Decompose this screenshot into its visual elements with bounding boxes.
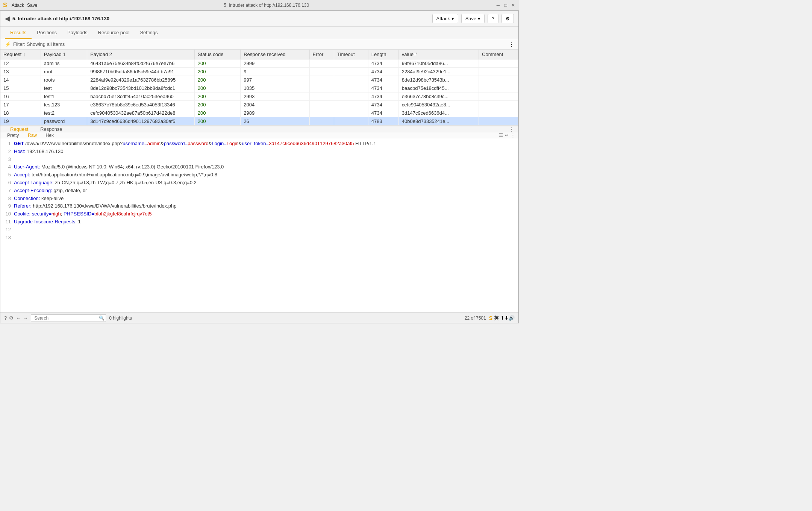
code-line: 4User-Agent: Mozilla/5.0 (Windows NT 10.… <box>3 163 515 171</box>
line-number: 1 <box>3 140 11 148</box>
results-table: Request ↑ Payload 1 Payload 2 Status cod… <box>0 50 518 125</box>
window-title-area: ◀ 5. Intruder attack of http://192.168.1… <box>5 15 109 22</box>
minimize-btn[interactable]: ─ <box>495 3 501 8</box>
table-row[interactable]: 12admins46431a6e75e634b84f0d2f676e7ee7b6… <box>0 59 518 68</box>
format-icon[interactable]: ☰ <box>499 132 503 138</box>
status-left: ? ⚙ ← → 🔍 0 highlights <box>4 314 132 322</box>
back-nav-icon[interactable]: ← <box>16 315 21 321</box>
wrap-icon[interactable]: ↵ <box>505 132 509 138</box>
code-line: 12 <box>3 226 515 234</box>
line-text: User-Agent: Mozilla/5.0 (Windows NT 10.0… <box>14 163 224 171</box>
settings-button[interactable]: ⚙ <box>501 14 514 23</box>
code-line: 13 <box>3 234 515 242</box>
tab-positions[interactable]: Positions <box>32 27 62 39</box>
code-line: 10Cookie: security=high; PHPSESSID=bfoh2… <box>3 210 515 218</box>
search-input[interactable] <box>31 314 106 322</box>
tab-results[interactable]: Results <box>5 27 32 39</box>
status-bar: ? ⚙ ← → 🔍 0 highlights 22 of 7501 S 英 ⬆⬇… <box>0 312 518 323</box>
col-timeout[interactable]: Timeout <box>334 50 368 59</box>
line-text: Accept-Encoding: gzip, deflate, br <box>14 187 87 195</box>
sub-tab-right: ☰ ↵ ⋮ <box>499 132 515 138</box>
col-comment[interactable]: Comment <box>479 50 518 59</box>
window-title-text: 5. Intruder attack of http://192.168.176… <box>12 16 109 21</box>
table-row[interactable]: 14roots2284af9e92c4329e1a7632786bb258952… <box>0 76 518 84</box>
gear-icon[interactable]: ⚙ <box>9 315 14 321</box>
line-number: 13 <box>3 234 11 242</box>
col-request[interactable]: Request ↑ <box>0 50 41 59</box>
tab-settings[interactable]: Settings <box>135 27 163 39</box>
highlights-label: 0 highlights <box>109 315 132 321</box>
code-line: 11Upgrade-Insecure-Requests: 1 <box>3 218 515 226</box>
line-text: Upgrade-Insecure-Requests: 1 <box>14 218 81 226</box>
line-text: Accept-Language: zh-CN,zh;q=0.8,zh-TW;q=… <box>14 179 197 187</box>
save-dropdown-icon: ▾ <box>478 16 480 21</box>
tray-lang: 英 <box>494 315 499 321</box>
tray-logo: S <box>489 315 492 321</box>
tab-resource-pool[interactable]: Resource pool <box>93 27 135 39</box>
copy-icon[interactable]: ⋮ <box>511 132 515 138</box>
code-line: 5Accept: text/html,application/xhtml+xml… <box>3 171 515 179</box>
code-line: 2Host: 192.168.176.130 <box>3 148 515 156</box>
table-row[interactable]: 13root99f86710b05dda86dd5c59e44dfb7a9120… <box>0 68 518 76</box>
line-number: 5 <box>3 171 11 179</box>
tray-icons: ⬆⬇🔊 <box>500 315 515 321</box>
line-number: 12 <box>3 226 11 234</box>
search-icon[interactable]: 🔍 <box>99 315 105 321</box>
col-response[interactable]: Response received <box>241 50 309 59</box>
col-length[interactable]: Length <box>368 50 398 59</box>
col-value[interactable]: value=' <box>398 50 479 59</box>
table-row[interactable]: 18test2cefc9040530432ae87a50b617d422de82… <box>0 109 518 117</box>
line-text: Connection: keep-alive <box>14 195 64 203</box>
code-line: 7Accept-Encoding: gzip, deflate, br <box>3 187 515 195</box>
tab-payloads[interactable]: Payloads <box>62 27 92 39</box>
title-bar: S Attack Save 5. Intruder attack of http… <box>0 0 519 11</box>
sub-tabs-left: Pretty Raw Hex <box>3 132 58 138</box>
line-text: GET /dvwa/DVWA/vulnerabilities/brute/ind… <box>14 140 376 148</box>
menu-save[interactable]: Save <box>27 3 37 8</box>
line-number: 7 <box>3 187 11 195</box>
col-payload2[interactable]: Payload 2 <box>87 50 195 59</box>
bottom-panel: Request Response ⋮ Pretty Raw Hex ☰ ↵ ⋮ … <box>0 126 518 312</box>
back-button[interactable]: ◀ <box>5 15 9 22</box>
line-text: Host: 192.168.176.130 <box>14 148 64 156</box>
attack-button[interactable]: Attack ▾ <box>432 14 458 23</box>
request-code-area: 1GET /dvwa/DVWA/vulnerabilities/brute/in… <box>0 138 518 312</box>
line-text: Cookie: security=high; PHPSESSID=bfoh2jk… <box>14 210 151 218</box>
filter-text[interactable]: ⚡ Filter: Showing all items <box>5 41 65 47</box>
line-number: 11 <box>3 218 11 226</box>
title-bar-controls: ─ □ ✕ <box>495 3 516 8</box>
filter-menu-icon[interactable]: ⋮ <box>509 41 514 47</box>
forward-nav-icon[interactable]: → <box>23 315 28 321</box>
line-number: 6 <box>3 179 11 187</box>
title-bar-title: 5. Intruder attack of http://192.168.176… <box>224 3 309 8</box>
help-button[interactable]: ? <box>488 14 498 23</box>
close-btn[interactable]: ✕ <box>511 3 516 8</box>
line-number: 8 <box>3 195 11 203</box>
code-line: 6Accept-Language: zh-CN,zh;q=0.8,zh-TW;q… <box>3 179 515 187</box>
app-logo: S <box>3 2 7 9</box>
main-window: ◀ 5. Intruder attack of http://192.168.1… <box>0 11 519 323</box>
col-status[interactable]: Status code <box>194 50 240 59</box>
menu-attack[interactable]: Attack <box>12 3 24 8</box>
window-header: ◀ 5. Intruder attack of http://192.168.1… <box>0 11 518 27</box>
panel-more-icon[interactable]: ⋮ <box>509 126 514 132</box>
line-number: 10 <box>3 210 11 218</box>
page-info: 22 of 7501 <box>465 315 486 321</box>
window-actions: Attack ▾ Save ▾ ? ⚙ <box>432 14 514 23</box>
code-line: 9Referer: http://192.168.176.130/dvwa/DV… <box>3 202 515 210</box>
table-row[interactable]: 17test123e36637c78bb8c39c6ed53a4053f1334… <box>0 101 518 109</box>
save-button[interactable]: Save ▾ <box>461 14 485 23</box>
line-number: 2 <box>3 148 11 156</box>
line-text: Accept: text/html,application/xhtml+xml,… <box>14 171 217 179</box>
help-icon[interactable]: ? <box>4 315 7 321</box>
table-row[interactable]: 15test8de12d98bc73543bd1012bb8da8fcdc120… <box>0 84 518 92</box>
maximize-btn[interactable]: □ <box>503 3 508 8</box>
table-row[interactable]: 19password3d147c9ced6636d49011297682a30a… <box>0 117 518 125</box>
table-row[interactable]: 16test1baacbd75e18cdff454a10ac253eea4602… <box>0 92 518 101</box>
panel-tab-actions: ⋮ <box>509 126 514 132</box>
main-tabs: Results Positions Payloads Resource pool… <box>0 27 518 39</box>
table-body: 12admins46431a6e75e634b84f0d2f676e7ee7b6… <box>0 59 518 125</box>
code-line: 8Connection: keep-alive <box>3 195 515 203</box>
col-payload1[interactable]: Payload 1 <box>41 50 87 59</box>
col-error[interactable]: Error <box>309 50 334 59</box>
